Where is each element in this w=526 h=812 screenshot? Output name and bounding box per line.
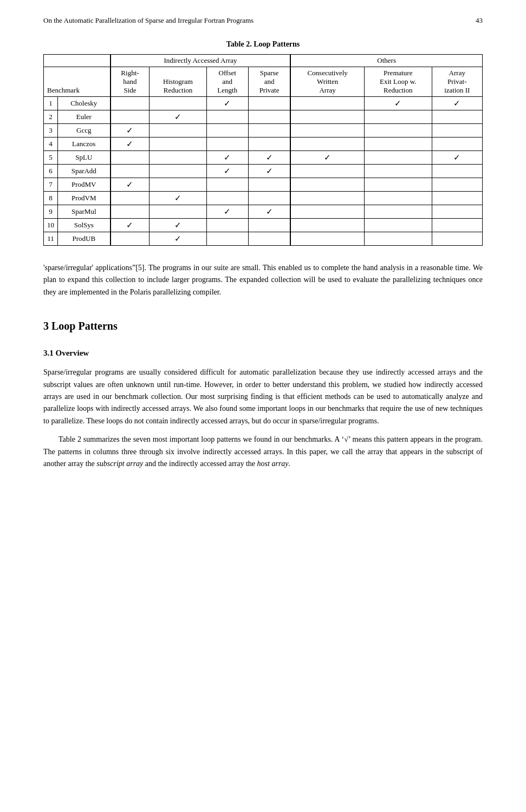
others-header: Others xyxy=(290,55,482,67)
table-cell xyxy=(248,219,290,232)
table-cell xyxy=(432,205,482,219)
table-cell xyxy=(364,192,432,205)
table-cell xyxy=(206,192,248,205)
table-cell xyxy=(290,192,364,205)
table-row: 4Lanczos✓ xyxy=(44,137,483,151)
indirectly-accessed-header: Indirectly Accessed Array xyxy=(111,55,291,67)
benchmark-name: Lanczos xyxy=(58,137,111,151)
table-cell xyxy=(206,137,248,151)
table-cell xyxy=(111,151,150,165)
table-cell: ✓ xyxy=(248,151,290,165)
col-group-row: Indirectly Accessed Array Others xyxy=(44,55,483,67)
table-cell xyxy=(150,124,206,137)
table-cell xyxy=(432,192,482,205)
table-cell: ✓ xyxy=(432,151,482,165)
benchmark-name: Cholesky xyxy=(58,97,111,110)
sparse-private-header: SparseandPrivate xyxy=(248,67,290,97)
table-cell: ✓ xyxy=(290,151,364,165)
table-cell xyxy=(290,232,364,246)
benchmark-name: ProdVM xyxy=(58,192,111,205)
table-row: 10SolSys✓✓ xyxy=(44,219,483,232)
table-cell: ✓ xyxy=(248,205,290,219)
table-row: 7ProdMV✓ xyxy=(44,178,483,192)
table-cell xyxy=(364,124,432,137)
loop-patterns-table: Indirectly Accessed Array Others Benchma… xyxy=(43,54,483,246)
section31-para2: Table 2 summarizes the seven most import… xyxy=(43,434,483,470)
intro-paragraph: 'sparse/irregular' applications”[5]. The… xyxy=(43,262,483,298)
table-cell xyxy=(432,232,482,246)
table-cell xyxy=(364,178,432,192)
table-cell xyxy=(248,97,290,110)
table-cell xyxy=(206,110,248,124)
benchmark-name: Euler xyxy=(58,110,111,124)
table-cell: ✓ xyxy=(111,124,150,137)
benchmark-name: SolSys xyxy=(58,219,111,232)
table-row: 9SparMul✓✓ xyxy=(44,205,483,219)
row-number: 1 xyxy=(44,97,58,110)
table-cell xyxy=(432,124,482,137)
table-cell: ✓ xyxy=(206,151,248,165)
table-cell xyxy=(364,151,432,165)
table-cell: ✓ xyxy=(150,192,206,205)
benchmark-name: SparAdd xyxy=(58,165,111,178)
table-row: 2Euler✓ xyxy=(44,110,483,124)
row-number: 2 xyxy=(44,110,58,124)
table-cell: ✓ xyxy=(111,219,150,232)
table-cell xyxy=(290,97,364,110)
table-cell xyxy=(290,110,364,124)
table-cell xyxy=(248,178,290,192)
table-row: 5SpLU✓✓✓✓ xyxy=(44,151,483,165)
table-row: 6SparAdd✓✓ xyxy=(44,165,483,178)
table-cell: ✓ xyxy=(248,165,290,178)
row-number: 6 xyxy=(44,165,58,178)
table-row: 8ProdVM✓ xyxy=(44,192,483,205)
table-cell xyxy=(432,165,482,178)
section3-heading: 3 Loop Patterns xyxy=(43,320,483,332)
sub-header-row: Benchmark Right-handSide HistogramReduct… xyxy=(44,67,483,97)
table-cell xyxy=(290,178,364,192)
row-number: 11 xyxy=(44,232,58,246)
table-cell xyxy=(206,124,248,137)
table-cell xyxy=(364,110,432,124)
table-cell: ✓ xyxy=(206,205,248,219)
table-cell xyxy=(432,110,482,124)
table-row: 11ProdUB✓ xyxy=(44,232,483,246)
section31-heading: 3.1 Overview xyxy=(43,349,483,358)
table-cell xyxy=(248,192,290,205)
offset-length-header: OffsetandLength xyxy=(206,67,248,97)
table-cell xyxy=(248,137,290,151)
row-number: 8 xyxy=(44,192,58,205)
table-cell xyxy=(364,137,432,151)
benchmark-group-header xyxy=(44,55,111,67)
table-cell: ✓ xyxy=(432,97,482,110)
table-cell: ✓ xyxy=(364,97,432,110)
table-cell xyxy=(364,219,432,232)
table-cell: ✓ xyxy=(206,97,248,110)
table-row: 1Cholesky✓✓✓ xyxy=(44,97,483,110)
table-cell xyxy=(150,151,206,165)
benchmark-name: SparMul xyxy=(58,205,111,219)
table-cell xyxy=(290,205,364,219)
table-cell xyxy=(150,97,206,110)
table-cell xyxy=(206,232,248,246)
table-cell xyxy=(364,165,432,178)
array-privatization-header: ArrayPrivat-ization II xyxy=(432,67,482,97)
histogram-header: HistogramReduction xyxy=(150,67,206,97)
table-cell xyxy=(432,178,482,192)
table-cell xyxy=(206,219,248,232)
table-cell xyxy=(111,232,150,246)
table-cell xyxy=(150,137,206,151)
table-cell xyxy=(364,205,432,219)
page-header: On the Automatic Parallelization of Spar… xyxy=(43,16,483,25)
benchmark-name: ProdMV xyxy=(58,178,111,192)
benchmark-name: Gccg xyxy=(58,124,111,137)
table-cell xyxy=(432,137,482,151)
table-cell xyxy=(206,178,248,192)
table-cell xyxy=(290,124,364,137)
table-cell: ✓ xyxy=(111,178,150,192)
table-cell: ✓ xyxy=(150,219,206,232)
table-cell xyxy=(150,205,206,219)
table-cell xyxy=(248,232,290,246)
table-cell xyxy=(111,165,150,178)
table-cell: ✓ xyxy=(111,137,150,151)
